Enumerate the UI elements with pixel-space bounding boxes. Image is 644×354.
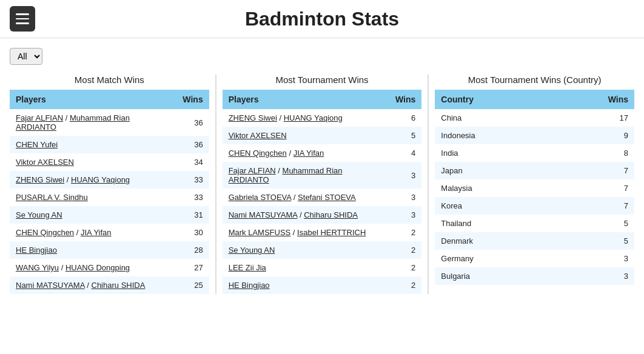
country-wins-col-country: Country: [435, 90, 552, 109]
table-row: Nami MATSUYAMA / Chiharu SHIDA25: [10, 276, 209, 294]
country-wins-value: 8: [552, 144, 634, 162]
match-wins-value: 30: [176, 224, 209, 241]
match-wins-value: 25: [176, 276, 209, 294]
player-link[interactable]: JIA Yifan: [293, 149, 324, 158]
match-wins-players-cell: PUSARLA V. Sindhu: [10, 189, 176, 206]
player-link[interactable]: Isabel HERTTRICH: [297, 228, 366, 237]
tournament-wins-col-players: Players: [223, 90, 389, 109]
match-wins-players-cell: Nami MATSUYAMA / Chiharu SHIDA: [10, 276, 176, 294]
match-wins-value: 33: [176, 171, 209, 189]
tournament-wins-value: 2: [389, 241, 421, 259]
match-wins-value: 28: [176, 241, 209, 259]
table-row: PUSARLA V. Sindhu33: [10, 189, 209, 206]
player-link[interactable]: HUANG Yaqiong: [284, 113, 343, 122]
country-wins-section: Most Tournament Wins (Country) Country W…: [435, 75, 634, 294]
player-link[interactable]: Se Young AN: [16, 210, 62, 219]
player-link[interactable]: HUANG Yaqiong: [71, 175, 130, 184]
menu-button[interactable]: [10, 6, 35, 32]
player-link[interactable]: HE Bingjiao: [229, 281, 270, 290]
player-link[interactable]: CHEN Qingchen: [229, 149, 287, 158]
filter-bar: All: [0, 38, 644, 70]
table-row: HE Bingjiao28: [10, 241, 209, 259]
player-link[interactable]: Viktor AXELSEN: [229, 131, 287, 140]
match-wins-players-cell: HE Bingjiao: [10, 241, 176, 259]
match-wins-players-cell: WANG Yilyu / HUANG Dongping: [10, 259, 176, 276]
country-name-cell: China: [435, 109, 552, 127]
player-link[interactable]: Chiharu SHIDA: [92, 281, 146, 290]
divider-1: [215, 75, 216, 294]
country-name-cell: India: [435, 144, 552, 162]
table-row: Thailand5: [435, 215, 634, 232]
tournament-wins-players-cell: Viktor AXELSEN: [223, 127, 389, 144]
match-wins-players-cell: CHEN Qingchen / JIA Yifan: [10, 224, 176, 241]
match-wins-table: Players Wins Fajar ALFIAN / Muhammad Ria…: [10, 90, 209, 294]
table-row: Malaysia7: [435, 179, 634, 197]
player-link[interactable]: Fajar ALFIAN: [229, 166, 276, 175]
player-link[interactable]: Nami MATSUYAMA: [16, 281, 85, 290]
player-link[interactable]: ZHENG Siwei: [16, 175, 64, 184]
player-link[interactable]: Gabriela STOEVA: [229, 193, 292, 202]
tournament-wins-value: 3: [389, 189, 421, 206]
player-link[interactable]: WANG Yilyu: [16, 263, 59, 272]
player-link[interactable]: Mark LAMSFUSS: [229, 228, 291, 237]
match-wins-col-wins: Wins: [176, 90, 209, 109]
country-wins-title: Most Tournament Wins (Country): [435, 75, 634, 85]
table-row: Fajar ALFIAN / Muhammad Rian ARDIANTO3: [223, 162, 422, 189]
player-link[interactable]: Chiharu SHIDA: [304, 210, 358, 219]
player-link[interactable]: ZHENG Siwei: [229, 113, 277, 122]
tournament-wins-value: 2: [389, 276, 421, 294]
table-row: Korea7: [435, 197, 634, 215]
country-wins-value: 7: [552, 179, 634, 197]
table-row: Gabriela STOEVA / Stefani STOEVA3: [223, 189, 422, 206]
table-row: India8: [435, 144, 634, 162]
player-link[interactable]: Viktor AXELSEN: [16, 158, 74, 167]
tournament-wins-value: 2: [389, 224, 421, 241]
match-wins-value: 27: [176, 259, 209, 276]
table-row: CHEN Qingchen / JIA Yifan4: [223, 144, 422, 162]
player-link[interactable]: Se Young AN: [229, 245, 275, 255]
country-wins-col-wins: Wins: [552, 90, 634, 109]
player-link[interactable]: HUANG Dongping: [65, 263, 130, 272]
match-wins-col-players: Players: [10, 90, 176, 109]
player-link[interactable]: HE Bingjiao: [16, 245, 57, 255]
table-row: Indonesia9: [435, 127, 634, 144]
table-row: Fajar ALFIAN / Muhammad Rian ARDIANTO36: [10, 109, 209, 136]
table-row: Denmark5: [435, 232, 634, 250]
table-row: ZHENG Siwei / HUANG Yaqiong33: [10, 171, 209, 189]
player-link[interactable]: Fajar ALFIAN: [16, 113, 63, 122]
player-link[interactable]: PUSARLA V. Sindhu: [16, 193, 88, 202]
country-wins-value: 5: [552, 215, 634, 232]
table-row: CHEN Qingchen / JIA Yifan30: [10, 224, 209, 241]
tournament-wins-players-cell: Gabriela STOEVA / Stefani STOEVA: [223, 189, 389, 206]
player-link[interactable]: CHEN Yufei: [16, 140, 58, 149]
tournament-wins-value: 3: [389, 206, 421, 224]
table-row: China17: [435, 109, 634, 127]
player-link[interactable]: Stefani STOEVA: [298, 193, 356, 202]
player-link[interactable]: LEE Zii Jia: [229, 263, 266, 272]
table-row: Viktor AXELSEN34: [10, 153, 209, 171]
match-wins-value: 36: [176, 136, 209, 153]
player-link[interactable]: JIA Yifan: [81, 228, 112, 237]
filter-select[interactable]: All: [10, 48, 42, 65]
player-link[interactable]: Nami MATSUYAMA: [229, 210, 298, 219]
table-row: ZHENG Siwei / HUANG Yaqiong6: [223, 109, 422, 127]
table-row: Nami MATSUYAMA / Chiharu SHIDA3: [223, 206, 422, 224]
country-wins-value: 3: [552, 250, 634, 267]
tournament-wins-value: 3: [389, 162, 421, 189]
tournament-wins-players-cell: ZHENG Siwei / HUANG Yaqiong: [223, 109, 389, 127]
country-name-cell: Bulgaria: [435, 267, 552, 285]
page-title: Badminton Stats: [245, 8, 399, 30]
match-wins-value: 34: [176, 153, 209, 171]
tournament-wins-value: 4: [389, 144, 421, 162]
table-row: Japan7: [435, 162, 634, 179]
tournament-wins-players-cell: CHEN Qingchen / JIA Yifan: [223, 144, 389, 162]
table-row: Bulgaria3: [435, 267, 634, 285]
table-row: CHEN Yufei36: [10, 136, 209, 153]
tournament-wins-table: Players Wins ZHENG Siwei / HUANG Yaqiong…: [223, 90, 422, 294]
match-wins-title: Most Match Wins: [10, 75, 209, 85]
player-link[interactable]: CHEN Qingchen: [16, 228, 74, 237]
country-name-cell: Indonesia: [435, 127, 552, 144]
header: Badminton Stats: [0, 0, 644, 38]
tables-container: Most Match Wins Players Wins Fajar ALFIA…: [0, 70, 644, 294]
table-row: Mark LAMSFUSS / Isabel HERTTRICH2: [223, 224, 422, 241]
